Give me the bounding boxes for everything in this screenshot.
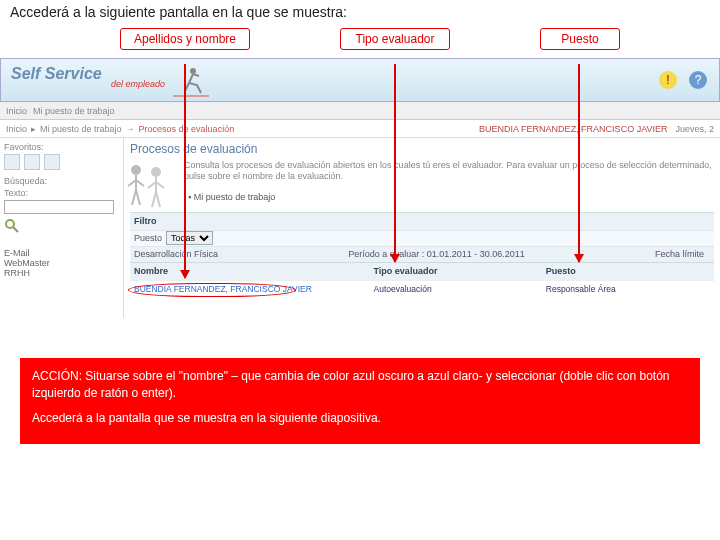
action-line-2: Accederá a la pantalla que se muestra en… (32, 410, 688, 427)
cell-tipo: Autoevaluación (370, 284, 542, 294)
grad-label: Desarrollación Física (134, 249, 218, 259)
table-row: BUENDIA FERNANDEZ, FRANCISCO JAVIER Auto… (130, 280, 714, 298)
svg-point-0 (190, 68, 196, 74)
app-logo-subtext: del empleado (111, 79, 165, 89)
content-description: Consulta los procesos de evaluación abie… (184, 160, 714, 182)
col-nombre: Nombre (130, 266, 370, 276)
bullet-mi-puesto[interactable]: ▪ Mi puesto de trabajo (188, 192, 714, 202)
svg-point-9 (151, 167, 161, 177)
sidebar-texto-label: Texto: (4, 188, 119, 198)
fecha-limite-label: Fecha límite (655, 249, 704, 259)
help-icon[interactable]: ? (687, 69, 709, 91)
puesto-filter-label: Puesto (134, 233, 162, 243)
label-apellidos: Apellidos y nombre (120, 28, 250, 50)
runner-icon (171, 63, 211, 99)
breadcrumb: Inicio ▸ Mi puesto de trabajo → Procesos… (0, 120, 720, 138)
crumb-inicio[interactable]: Inicio (6, 124, 27, 134)
sidebar-favoritos-label: Favoritos: (4, 142, 119, 152)
fav-lock-icon[interactable] (44, 154, 60, 170)
action-instructions: ACCIÓN: Situarse sobre el "nombre" – que… (20, 358, 700, 444)
cell-nombre-link[interactable]: BUENDIA FERNANDEZ, FRANCISCO JAVIER (130, 284, 370, 294)
annotation-labels: Apellidos y nombre Tipo evaluador Puesto (0, 28, 720, 56)
content-panel: Procesos de evaluación Consulta los proc… (124, 138, 720, 318)
filter-label: Filtro (134, 216, 157, 226)
tab-bar: Inicio Mi puesto de trabajo (0, 102, 720, 120)
content-heading: Procesos de evaluación (130, 142, 714, 156)
app-logo-text: Self Service (11, 65, 102, 83)
svg-text:!: ! (666, 73, 669, 87)
arrow-right-icon: → (126, 124, 135, 134)
crumb-puesto[interactable]: Mi puesto de trabajo (40, 124, 122, 134)
sidebar-link-rrhh[interactable]: RRHH (4, 268, 119, 278)
sidebar: Favoritos: Búsqueda: Texto: E-Mail WebMa… (0, 138, 124, 318)
current-date: Jueves, 2 (675, 124, 714, 134)
puesto-filter-row: Puesto Todas (130, 230, 714, 246)
puesto-select[interactable]: Todas (166, 231, 213, 245)
label-puesto: Puesto (540, 28, 620, 50)
page-title: Accederá a la siguiente pantalla en la q… (0, 0, 720, 24)
tab-inicio[interactable]: Inicio (6, 106, 27, 116)
embedded-screenshot: Self Service del empleado ! ? Inicio Mi … (0, 58, 720, 318)
filter-row: Filtro (130, 212, 714, 230)
tab-puesto[interactable]: Mi puesto de trabajo (33, 106, 115, 116)
label-tipo: Tipo evaluador (340, 28, 450, 50)
periodo-label: Período a evaluar : 01.01.2011 - 30.06.2… (348, 249, 525, 259)
crumb-procesos: Procesos de evaluación (139, 124, 235, 134)
action-line-1: ACCIÓN: Situarse sobre el "nombre" – que… (32, 368, 688, 402)
bullet-label: Mi puesto de trabajo (194, 192, 276, 202)
app-header: Self Service del empleado ! ? (0, 58, 720, 102)
warning-icon[interactable]: ! (657, 69, 679, 91)
fav-add-icon[interactable] (4, 154, 20, 170)
search-icon[interactable] (4, 218, 20, 234)
sidebar-busqueda-label: Búsqueda: (4, 176, 119, 186)
sidebar-link-webmaster[interactable]: WebMaster (4, 258, 119, 268)
cell-puesto: Responsable Área (542, 284, 714, 294)
svg-point-6 (6, 220, 14, 228)
svg-line-7 (13, 227, 18, 232)
people-illustration-icon (122, 160, 170, 210)
current-user: BUENDIA FERNANDEZ, FRANCISCO JAVIER (479, 124, 667, 134)
evaluation-group-row: Desarrollación Física Período a evaluar … (130, 246, 714, 262)
sidebar-link-email[interactable]: E-Mail (4, 248, 119, 258)
col-puesto: Puesto (542, 266, 714, 276)
svg-point-8 (131, 165, 141, 175)
svg-text:?: ? (695, 73, 702, 87)
col-tipo: Tipo evaluador (370, 266, 542, 276)
table-header: Nombre Tipo evaluador Puesto (130, 262, 714, 280)
search-input[interactable] (4, 200, 114, 214)
svg-rect-1 (173, 95, 209, 97)
fav-tree-icon[interactable] (24, 154, 40, 170)
chevron-right-icon: ▸ (31, 124, 36, 134)
